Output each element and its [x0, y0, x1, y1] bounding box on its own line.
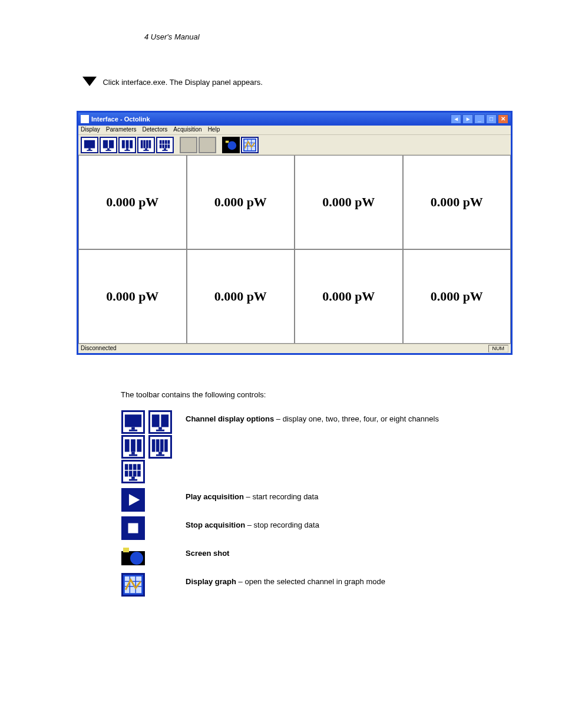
layout-2-button[interactable] [100, 137, 117, 153]
svg-rect-14 [146, 140, 148, 148]
window-controls: ◂ ▸ _ □ ✕ [451, 114, 508, 124]
svg-rect-21 [168, 140, 170, 143]
svg-rect-44 [131, 439, 135, 452]
channel-7[interactable]: 0.000 pW [295, 249, 403, 344]
svg-rect-39 [151, 414, 159, 427]
svg-rect-53 [156, 454, 164, 456]
toolbar-legend: The toolbar contains the following contr… [121, 390, 503, 597]
svg-rect-41 [158, 427, 162, 430]
svg-rect-26 [164, 148, 166, 150]
svg-rect-54 [125, 464, 128, 470]
stop-button[interactable] [199, 137, 216, 153]
channel-2[interactable]: 0.000 pW [187, 155, 295, 249]
svg-rect-50 [160, 439, 164, 452]
graph-icon [121, 573, 145, 597]
svg-rect-28 [226, 140, 229, 143]
layout-3-button[interactable] [118, 137, 136, 153]
svg-point-68 [130, 552, 143, 565]
menu-detectors[interactable]: Detectors [142, 126, 167, 134]
legend-text-stop: – stop recording data [245, 521, 319, 529]
svg-rect-61 [137, 471, 141, 477]
svg-marker-64 [129, 494, 140, 506]
channel-5[interactable]: 0.000 pW [78, 249, 187, 344]
page-header: 4 User's Manual [144, 32, 503, 41]
menu-parameters[interactable]: Parameters [106, 126, 137, 134]
legend-text-layouts: – display one, two, three, four, or eigh… [274, 414, 439, 423]
svg-rect-0 [84, 140, 95, 148]
channel-4[interactable]: 0.000 pW [403, 155, 511, 249]
svg-rect-62 [131, 477, 135, 479]
svg-point-29 [228, 141, 237, 150]
svg-rect-16 [145, 148, 147, 150]
svg-rect-52 [158, 452, 162, 454]
window-title: Interface - Octolink [91, 116, 150, 123]
svg-rect-13 [143, 140, 146, 148]
svg-rect-43 [125, 439, 130, 452]
channel-8[interactable]: 0.000 pW [403, 249, 511, 344]
channel-grid: 0.000 pW 0.000 pW 0.000 pW 0.000 pW 0.00… [78, 155, 511, 344]
layout-8-button[interactable] [156, 137, 174, 153]
svg-rect-10 [126, 148, 128, 150]
legend-row-layouts: Channel display options – display one, t… [121, 410, 503, 484]
app-window: Interface - Octolink ◂ ▸ _ □ ✕ Display P… [77, 111, 513, 355]
toolbar [78, 135, 511, 155]
menu-display[interactable]: Display [81, 126, 100, 134]
legend-label-screenshot: Screen shot [186, 549, 229, 558]
svg-rect-23 [162, 144, 164, 148]
svg-rect-37 [131, 427, 135, 430]
svg-rect-18 [160, 140, 162, 143]
legend-row-stop: Stop acquisition – stop recording data [121, 516, 503, 541]
play-button[interactable] [180, 137, 197, 153]
svg-rect-5 [107, 148, 110, 150]
app-icon [81, 115, 89, 123]
camera-icon [121, 545, 145, 568]
svg-rect-63 [129, 479, 137, 481]
legend-label-stop: Stop acquisition [186, 521, 245, 529]
channel-1[interactable]: 0.000 pW [78, 155, 187, 249]
channel-6[interactable]: 0.000 pW [187, 249, 295, 344]
titlebar: Interface - Octolink ◂ ▸ _ □ ✕ [78, 113, 511, 126]
close-button[interactable]: ✕ [498, 114, 508, 124]
menu-help[interactable]: Help [208, 126, 220, 134]
svg-rect-7 [122, 140, 125, 148]
legend-label-layouts: Channel display options [186, 414, 274, 423]
minimize-button[interactable]: _ [474, 114, 485, 124]
maximize-button[interactable]: □ [486, 114, 497, 124]
legend-label-graph: Display graph [186, 577, 236, 586]
svg-rect-20 [165, 140, 167, 143]
svg-rect-2 [87, 150, 92, 151]
legend-text-graph: – open the selected channel in graph mod… [236, 577, 385, 586]
svg-rect-45 [137, 439, 141, 452]
layout-1-button[interactable] [81, 137, 98, 153]
layout-8-icon [121, 460, 145, 483]
svg-rect-12 [141, 140, 143, 148]
svg-rect-1 [88, 148, 91, 150]
svg-rect-25 [168, 144, 170, 148]
legend-label-play: Play acquisition [186, 492, 244, 501]
next-window-button[interactable]: ▸ [462, 114, 473, 124]
svg-rect-58 [125, 471, 128, 477]
menu-acquisition[interactable]: Acquisition [173, 126, 201, 134]
layout-4-button[interactable] [137, 137, 155, 153]
channel-3[interactable]: 0.000 pW [295, 155, 403, 249]
legend-row-screenshot: Screen shot [121, 544, 503, 569]
layout-1-icon [121, 410, 145, 434]
svg-rect-38 [129, 430, 137, 431]
layout-4-icon [148, 435, 172, 459]
svg-rect-8 [125, 140, 128, 148]
statusbar: Disconnected NUM [78, 344, 511, 353]
svg-rect-17 [143, 150, 148, 151]
legend-row-play: Play acquisition – start recording data [121, 487, 503, 512]
graph-button[interactable] [241, 137, 259, 153]
svg-rect-46 [131, 452, 135, 454]
svg-rect-42 [156, 430, 164, 431]
instruction-text: Click interface.exe. The Display panel a… [103, 78, 262, 87]
svg-rect-49 [156, 439, 160, 452]
screenshot-button[interactable] [222, 137, 240, 153]
status-left: Disconnected [81, 345, 117, 353]
triangle-bullet-icon [82, 77, 97, 86]
svg-rect-40 [161, 414, 168, 427]
svg-rect-4 [109, 140, 114, 148]
prev-window-button[interactable]: ◂ [451, 114, 461, 124]
svg-rect-36 [125, 414, 141, 427]
